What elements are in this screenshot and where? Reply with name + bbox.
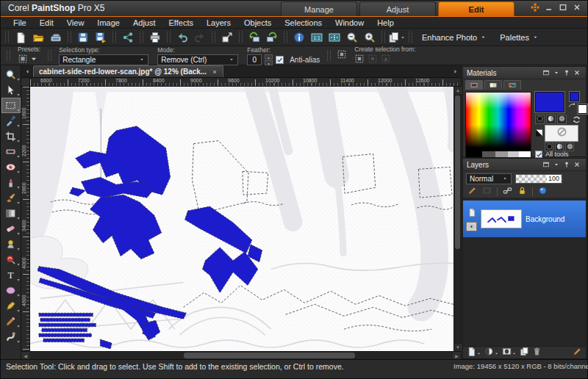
create-from-mask-button[interactable]	[368, 54, 378, 66]
pen-tool[interactable]: ▾	[1, 298, 21, 314]
swatches-tab[interactable]	[503, 80, 521, 90]
foreground-color-swatch[interactable]	[535, 92, 564, 112]
pick-tool[interactable]: ▾	[1, 82, 21, 98]
blend-mode-dropdown[interactable]: Normal	[466, 173, 512, 184]
text-tool[interactable]: T▾	[1, 267, 21, 283]
menu-selections[interactable]: Selections	[278, 18, 329, 27]
tab-scroll-right-icon[interactable]	[449, 66, 461, 77]
edit-layer-icon[interactable]	[573, 347, 582, 358]
delete-layer-icon[interactable]	[532, 347, 542, 358]
menu-layers[interactable]: Layers	[200, 18, 237, 27]
crop-tool[interactable]: ▾	[1, 129, 21, 144]
swap-materials-icon[interactable]	[571, 114, 582, 125]
fg-color-style-icon[interactable]	[535, 115, 545, 124]
materials-caret-icon[interactable]	[551, 68, 562, 78]
frame-tab[interactable]	[465, 80, 483, 90]
materials-menu-icon[interactable]	[541, 68, 551, 78]
color-picker[interactable]	[465, 92, 531, 158]
copy-icon[interactable]	[388, 29, 406, 45]
fit-window-icon[interactable]	[326, 29, 343, 45]
anti-alias-checkbox[interactable]	[276, 56, 284, 64]
paint-brush-tool[interactable]: ▾	[1, 190, 21, 206]
selection-tool[interactable]: ▾	[1, 98, 21, 113]
enhance-photo-button[interactable]: Enhance Photo	[415, 29, 493, 45]
resize-icon[interactable]	[218, 29, 236, 45]
custom-selection-button[interactable]	[337, 49, 347, 62]
layer-effects-icon[interactable]	[538, 186, 548, 198]
layers-pin-icon[interactable]	[562, 160, 572, 170]
rotate-left-icon[interactable]	[245, 29, 263, 45]
menu-effects[interactable]: Effects	[162, 18, 200, 27]
redo-icon[interactable]	[191, 29, 209, 45]
picture-tube-tool[interactable]: ▾	[1, 237, 21, 252]
mode-dropdown[interactable]: Remove (Ctrl)	[157, 54, 238, 65]
duplicate-layer-icon[interactable]	[520, 347, 529, 358]
layer-visibility-icon[interactable]	[466, 222, 477, 231]
eraser-tool[interactable]: ▾	[1, 221, 21, 237]
new-icon[interactable]	[12, 29, 29, 45]
red-eye-tool[interactable]: ▾	[1, 159, 21, 175]
share-icon[interactable]	[119, 29, 137, 45]
menu-edit[interactable]: Edit	[33, 18, 60, 27]
airbrush-tool[interactable]: ▾	[1, 314, 21, 329]
feather-spin-down[interactable]	[265, 60, 273, 65]
mask-overlay-icon[interactable]	[482, 186, 492, 198]
horizontal-scroll-thumb[interactable]	[184, 353, 355, 358]
maximize-button[interactable]	[556, 3, 570, 15]
materials-pin-icon[interactable]	[562, 68, 572, 78]
bw-swatch-icon[interactable]	[535, 127, 543, 135]
fg-pattern-style-icon[interactable]	[557, 115, 567, 124]
scratch-remover-tool[interactable]: ▾	[1, 252, 21, 267]
options-grip3[interactable]	[327, 50, 331, 61]
options-grip[interactable]	[7, 50, 10, 61]
create-from-vector-button[interactable]	[354, 54, 365, 66]
scroll-right-icon[interactable]: ▶	[453, 352, 461, 359]
rotate-right-icon[interactable]	[263, 29, 281, 45]
transparent-swatch[interactable]	[545, 125, 578, 142]
undo-icon[interactable]	[173, 29, 191, 45]
smudge-tool[interactable]: ▾	[1, 329, 21, 344]
feather-input[interactable]: 0	[247, 54, 262, 65]
scroll-down-icon[interactable]: ▼	[454, 344, 462, 351]
tab-edit[interactable]: Edit	[438, 1, 514, 16]
opacity-slider[interactable]: 100	[515, 174, 562, 184]
makeover-tool[interactable]: ▾	[1, 175, 21, 190]
document-close-icon[interactable]	[212, 66, 218, 77]
link-layers-icon[interactable]	[503, 186, 512, 198]
zoom-tool[interactable]: ▾	[1, 67, 21, 82]
dropper-tool[interactable]: ▾	[1, 113, 21, 129]
new-mask-layer-icon[interactable]	[502, 347, 517, 358]
background-mini-swatch[interactable]	[578, 104, 587, 114]
layers-close-icon[interactable]	[572, 160, 582, 170]
menu-help[interactable]: Help	[370, 18, 401, 27]
edit-selection-icon[interactable]	[467, 186, 477, 198]
fg-gradient-style-icon[interactable]	[546, 115, 556, 124]
rainbow-tab[interactable]	[484, 80, 502, 90]
tab-scroll-left-icon[interactable]	[21, 66, 33, 77]
info-icon[interactable]	[290, 29, 308, 45]
new-layer-icon[interactable]	[467, 347, 481, 358]
preset-shape-tool[interactable]: ▾	[1, 283, 21, 298]
all-tools-checkbox[interactable]	[535, 151, 542, 158]
canvas[interactable]	[30, 87, 453, 351]
horizontal-scrollbar[interactable]: ◀ ▶	[21, 351, 461, 359]
tab-manage[interactable]: Manage	[281, 1, 357, 16]
options-grip2[interactable]	[48, 50, 51, 61]
menu-window[interactable]: Window	[329, 18, 370, 27]
selection-type-dropdown[interactable]: Rectangle	[59, 54, 148, 65]
layers-caret-icon[interactable]	[551, 160, 562, 170]
new-adjustment-layer-icon[interactable]	[484, 347, 499, 358]
actual-size-icon[interactable]: 1:1	[308, 29, 326, 45]
grayscale-strip[interactable]	[466, 151, 531, 157]
minimize-button[interactable]	[542, 3, 556, 15]
vertical-scrollbar[interactable]: ▲ ▼	[453, 87, 461, 351]
layer-thumbnail[interactable]	[481, 209, 522, 228]
lock-transparency-icon[interactable]	[517, 186, 527, 198]
rainbow-picker[interactable]	[466, 93, 531, 151]
presets-button[interactable]	[18, 54, 39, 66]
menu-image[interactable]: Image	[90, 18, 126, 27]
corel-badge-icon[interactable]	[528, 3, 542, 15]
menu-file[interactable]: File	[7, 18, 33, 27]
zoom-out-icon[interactable]	[343, 29, 361, 45]
layers-menu-icon[interactable]	[541, 160, 551, 170]
